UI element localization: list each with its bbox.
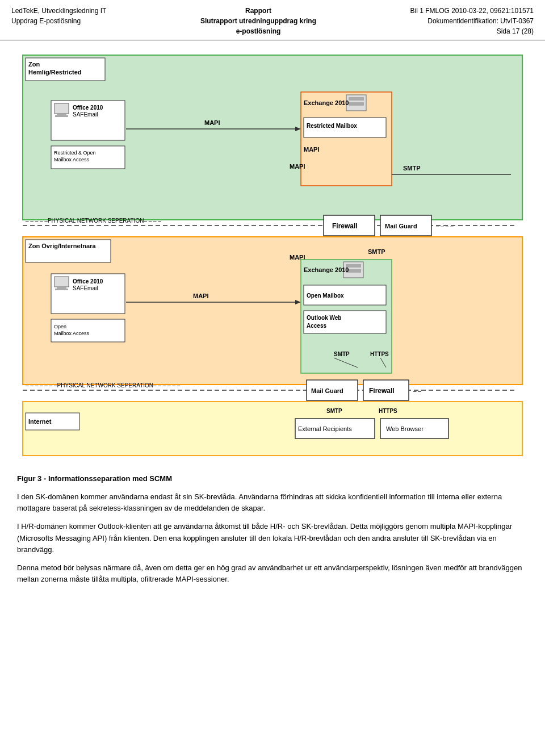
header-right: Bil 1 FMLOG 2010-03-22, 09621:101571 Dok… — [410, 6, 534, 36]
svg-text:Mail Guard: Mail Guard — [385, 223, 417, 229]
svg-text:– – – – –PHYSICAL NETWORK SEPE: – – – – –PHYSICAL NETWORK SEPERATION– – … — [26, 218, 161, 224]
svg-text:SMTP: SMTP — [326, 408, 342, 414]
svg-text:Mailbox Access: Mailbox Access — [54, 157, 90, 162]
body-text-area: Figur 3 - Informationsseparation med SCM… — [0, 464, 545, 601]
svg-text:MAPI: MAPI — [204, 119, 220, 126]
svg-text:SAFEmail: SAFEmail — [73, 285, 98, 291]
header-company: LedTekE, Utvecklingsledning IT — [11, 6, 106, 16]
svg-text:HTTPS: HTTPS — [370, 351, 389, 357]
paragraph-1: I den SK-domänen kommer användarna endas… — [17, 491, 528, 514]
diagram-container: Zon Hemlig/Restricted Office 2010 SAFEma… — [0, 44, 545, 464]
svg-text:SMTP: SMTP — [368, 248, 385, 255]
svg-text:External Recipients: External Recipients — [298, 425, 352, 432]
svg-text:Open: Open — [54, 324, 66, 329]
svg-rect-58 — [304, 311, 386, 333]
svg-text:Firewall: Firewall — [369, 387, 395, 395]
svg-text:Web Browser: Web Browser — [386, 425, 424, 432]
svg-text:MAPI: MAPI — [193, 293, 209, 299]
paragraph-2: I H/R-domänen kommer Outlook-klienten at… — [17, 521, 528, 555]
svg-text:SMTP: SMTP — [334, 351, 350, 357]
svg-text:HTTPS: HTTPS — [379, 408, 397, 414]
header-project: Uppdrag E-postlösning — [11, 16, 106, 26]
svg-text:Mail Guard: Mail Guard — [311, 387, 343, 394]
svg-text:Open Mailbox: Open Mailbox — [307, 293, 344, 299]
paragraph-3: Denna metod bör belysas närmare då, även… — [17, 562, 528, 585]
header-center: Rapport Slutrapport utredninguppdrag kri… — [200, 6, 316, 36]
svg-rect-40 — [55, 289, 68, 290]
svg-text:– – – –: – – – – — [436, 223, 454, 229]
header-left: LedTekE, Utvecklingsledning IT Uppdrag E… — [11, 6, 106, 36]
svg-rect-19 — [349, 102, 364, 106]
svg-text:SMTP: SMTP — [403, 165, 421, 172]
svg-text:Mailbox Access: Mailbox Access — [54, 331, 90, 336]
svg-text:Access: Access — [307, 323, 326, 329]
svg-text:Hemlig/Restricted: Hemlig/Restricted — [28, 69, 82, 76]
svg-text:Zon: Zon — [28, 61, 40, 68]
network-diagram: Zon Hemlig/Restricted Office 2010 SAFEma… — [17, 49, 528, 458]
svg-rect-5 — [54, 103, 69, 114]
header-report-subtitle2: e-postlösning — [200, 26, 316, 36]
svg-rect-39 — [57, 287, 66, 289]
svg-text:Restricted Mailbox: Restricted Mailbox — [307, 123, 357, 129]
page-header: LedTekE, Utvecklingsledning IT Uppdrag E… — [0, 0, 545, 40]
svg-text:Outlook Web: Outlook Web — [307, 315, 341, 321]
svg-text:– –: – – — [413, 388, 421, 394]
svg-text:Exchange 2010: Exchange 2010 — [304, 266, 349, 273]
svg-rect-7 — [55, 115, 68, 117]
figure-caption: Figur 3 - Informationsseparation med SCM… — [17, 473, 528, 484]
svg-rect-38 — [54, 277, 69, 287]
header-page: Sida 17 (28) — [410, 26, 534, 36]
svg-text:Office 2010: Office 2010 — [73, 278, 103, 285]
svg-text:MAPI: MAPI — [304, 146, 320, 153]
svg-rect-6 — [57, 114, 66, 115]
svg-text:Restricted & Open: Restricted & Open — [54, 150, 96, 156]
svg-rect-18 — [349, 97, 364, 101]
svg-text:MAPI: MAPI — [290, 163, 305, 170]
header-report-subtitle: Slutrapport utredninguppdrag kring — [200, 16, 316, 26]
header-doc-id: Dokumentidentifikation: UtvIT-0367 — [410, 16, 534, 26]
svg-text:Internet: Internet — [28, 418, 52, 425]
header-report-type: Rapport — [200, 6, 316, 16]
svg-text:SAFEmail: SAFEmail — [73, 111, 98, 118]
svg-text:Exchange 2010: Exchange 2010 — [304, 99, 349, 106]
svg-text:– – – – – – –PHYSICAL NETWORK : – – – – – – –PHYSICAL NETWORK SEPERATION… — [26, 382, 181, 389]
svg-text:Zon Ovrig/Internetnara: Zon Ovrig/Internetnara — [28, 243, 96, 249]
header-doc-ref: Bil 1 FMLOG 2010-03-22, 09621:101571 — [410, 6, 534, 16]
svg-text:Firewall: Firewall — [332, 222, 358, 230]
svg-text:Office 2010: Office 2010 — [73, 105, 103, 111]
